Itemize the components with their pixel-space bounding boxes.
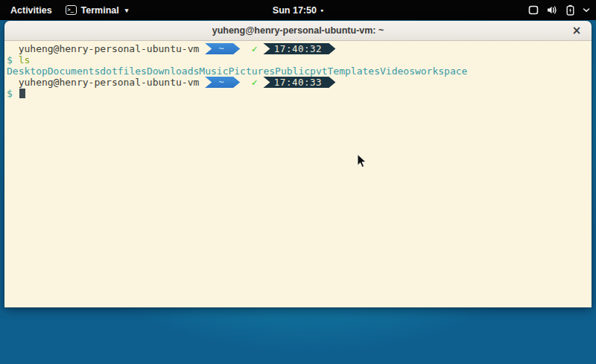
- ls-output-line: Desktop Documents dotfiles Downloads Mus…: [7, 66, 592, 77]
- prompt-user-host: yuheng@henry-personal-ubuntu-vm: [19, 43, 200, 54]
- dir-entry: Documents: [48, 66, 100, 77]
- cwd-label: ~: [219, 77, 224, 88]
- battery-charging-icon: [566, 4, 574, 16]
- prompt-line-2: yuheng@henry-personal-ubuntu-vm ~ ✓ 17:4…: [7, 77, 592, 88]
- dir-entry: Public: [275, 66, 310, 77]
- command-line: $ ls: [7, 54, 592, 66]
- app-menu-terminal[interactable]: >_ Terminal ▾: [66, 5, 129, 16]
- close-icon[interactable]: ×: [570, 24, 583, 37]
- powerline-cwd-segment: ~: [205, 77, 240, 88]
- dir-entry: dotfiles: [100, 66, 147, 77]
- mouse-pointer-icon: [357, 154, 367, 171]
- terminal-window: yuheng@henry-personal-ubuntu-vm: ~ × yuh…: [4, 21, 592, 307]
- powerline-time-segment: 17:40:32: [263, 43, 335, 54]
- dir-entry: Downloads: [147, 66, 199, 77]
- notification-dot: ●: [320, 7, 323, 13]
- dir-entry: pvt: [310, 66, 327, 77]
- dir-entry: workspace: [415, 66, 467, 77]
- status-check-icon: ✓: [252, 43, 258, 54]
- prompt-line-1: yuheng@henry-personal-ubuntu-vm ~ ✓ 17:4…: [7, 43, 592, 54]
- dir-entry: Music: [199, 66, 228, 77]
- window-title: yuheng@henry-personal-ubuntu-vm: ~: [212, 25, 384, 36]
- chevron-down-icon: ▾: [125, 7, 129, 14]
- window-titlebar[interactable]: yuheng@henry-personal-ubuntu-vm: ~ ×: [4, 21, 592, 41]
- powerline-cwd-segment: ~: [205, 43, 240, 54]
- display-icon: [528, 5, 539, 15]
- prompt-symbol: $: [7, 54, 19, 66]
- chevron-down-icon: [583, 7, 590, 13]
- dir-entry: Videos: [380, 66, 415, 77]
- prompt-symbol: $: [7, 88, 19, 99]
- dir-entry: Templates: [328, 66, 380, 77]
- timestamp: 17:40:33: [274, 77, 322, 88]
- system-tray[interactable]: [528, 0, 590, 20]
- top-bar: Activities >_ Terminal ▾ Sun 17:50 ●: [0, 0, 596, 20]
- clock-label: Sun 17:50: [273, 5, 317, 16]
- volume-icon: [547, 5, 558, 15]
- dir-entry: Pictures: [228, 66, 275, 77]
- prompt-user-host: yuheng@henry-personal-ubuntu-vm: [19, 77, 200, 88]
- status-check-icon: ✓: [252, 77, 258, 88]
- activities-button[interactable]: Activities: [7, 4, 55, 17]
- app-menu-label: Terminal: [81, 5, 119, 16]
- prompt-indent: [7, 43, 19, 54]
- powerline-time-segment: 17:40:33: [263, 77, 335, 88]
- terminal-screen[interactable]: yuheng@henry-personal-ubuntu-vm ~ ✓ 17:4…: [4, 41, 592, 307]
- typed-command: ls: [19, 54, 31, 66]
- dir-entry: Desktop: [7, 66, 48, 77]
- input-line: $: [7, 88, 592, 99]
- terminal-cursor: [19, 89, 25, 98]
- timestamp: 17:40:32: [274, 43, 322, 54]
- prompt-indent: [7, 77, 19, 88]
- cwd-label: ~: [219, 43, 224, 54]
- terminal-app-icon: >_: [66, 5, 77, 15]
